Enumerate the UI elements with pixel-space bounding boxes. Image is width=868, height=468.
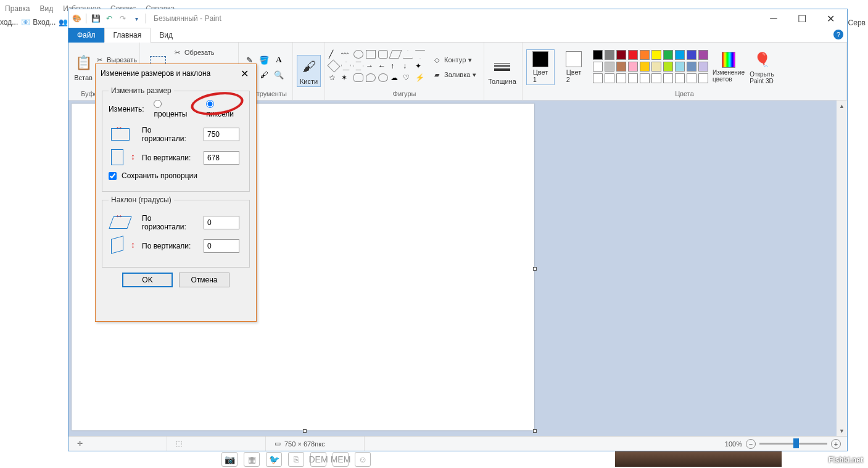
color-swatch[interactable]	[616, 50, 626, 60]
color-swatch[interactable]	[605, 73, 614, 83]
color-swatch[interactable]	[593, 62, 603, 72]
scroll-down-icon: ▼	[837, 425, 847, 436]
skew-fieldset: Наклон (градусы) ↔ По горизонтали: ↕ По …	[102, 195, 250, 268]
thickness-icon	[492, 57, 512, 76]
clipboard-icon: 📋	[73, 53, 93, 73]
color2-button[interactable]: Цвет 2	[560, 50, 588, 84]
horiz-skew-icon: ↔	[109, 213, 133, 232]
color-swatch[interactable]	[640, 73, 650, 83]
aspect-checkbox[interactable]: Сохранить пропорции	[109, 171, 243, 180]
service-text: Серв	[848, 18, 866, 27]
color-swatch[interactable]	[675, 50, 685, 60]
outline-icon: ◇	[432, 55, 442, 65]
grid-icon[interactable]: ▦	[244, 452, 260, 467]
statusbar: ✛ ⬚ ▭750 × 678пкс 100% − +	[68, 436, 847, 451]
save-icon[interactable]: 💾	[90, 13, 101, 24]
color-swatch[interactable]	[651, 62, 661, 72]
dimensions-text: 750 × 678пкс	[284, 440, 325, 448]
color2-swatch	[566, 51, 582, 67]
mail-icon: 📧	[20, 17, 30, 27]
color-swatch[interactable]	[687, 50, 696, 60]
canvas-handle-corner[interactable]	[533, 429, 537, 433]
help-icon[interactable]: ?	[833, 30, 843, 39]
canvas-handle-right[interactable]	[533, 267, 537, 271]
tab-view[interactable]: Вид	[151, 28, 181, 43]
minimize-button[interactable]: ─	[759, 9, 788, 28]
zoom-icon: 🔍	[272, 68, 286, 81]
brushes-button[interactable]: 🖌 Кисти	[297, 55, 321, 87]
color-swatch[interactable]	[698, 73, 708, 83]
titlebar[interactable]: 🎨 💾 ↶ ↷ ▾ Безымянный - Paint ─ ☐ ✕	[68, 9, 847, 28]
color-swatch[interactable]	[640, 50, 650, 60]
vert-input[interactable]	[204, 151, 239, 165]
redo-icon[interactable]: ↷	[117, 13, 128, 24]
color-swatch[interactable]	[616, 62, 626, 72]
color-swatch[interactable]	[675, 62, 685, 72]
resize-skew-dialog: Изменение размеров и наклона ✕ Изменить …	[95, 64, 257, 322]
close-button[interactable]: ✕	[816, 9, 845, 28]
color-swatch[interactable]	[651, 50, 661, 60]
color-swatch[interactable]	[628, 62, 638, 72]
color-swatch[interactable]	[628, 50, 638, 60]
shape-fill-button[interactable]: ▰Заливка ▾	[432, 68, 476, 81]
radio-pixels[interactable]: пиксели	[206, 100, 243, 118]
skew-v-input[interactable]	[204, 239, 239, 253]
color-swatch[interactable]	[593, 73, 603, 83]
color-swatch[interactable]	[651, 73, 661, 83]
color-swatch[interactable]	[663, 62, 673, 72]
color-swatch[interactable]	[663, 50, 673, 60]
shapes-gallery[interactable]: ╱〰 →←↑↓✦ ☆✶☁♡⚡	[329, 50, 427, 84]
color-swatch[interactable]	[593, 50, 603, 60]
customize-icon[interactable]: ▾	[131, 13, 142, 24]
resize-fieldset: Изменить размер Изменить: проценты пиксе…	[102, 86, 250, 192]
cancel-button[interactable]: Отмена	[179, 273, 229, 287]
selection-icon: ⬚	[176, 440, 182, 448]
dialog-close-button[interactable]: ✕	[238, 68, 251, 80]
color-swatch[interactable]	[687, 62, 696, 72]
tab-home[interactable]: Главная	[104, 28, 151, 43]
color1-button[interactable]: Цвет 1	[526, 49, 555, 85]
color-swatch[interactable]	[605, 62, 614, 72]
edit-colors-button[interactable]: Изменение цветов	[714, 51, 743, 84]
canvas-handle-bottom[interactable]	[303, 429, 307, 433]
color-swatch[interactable]	[605, 50, 614, 60]
color-swatch[interactable]	[663, 73, 673, 83]
app-icon: 🎨	[71, 13, 82, 24]
people-icon: 👥	[58, 17, 68, 27]
color-swatch[interactable]	[698, 50, 708, 60]
color-swatch[interactable]	[698, 62, 708, 72]
vertical-scrollbar[interactable]: ▲ ▼	[837, 101, 847, 436]
shape-outline-button[interactable]: ◇Контур ▾	[432, 54, 476, 66]
thickness-button[interactable]: Толщина	[488, 55, 516, 86]
skew-h-input[interactable]	[204, 216, 239, 229]
ok-button[interactable]: OK	[122, 273, 173, 287]
color-palette[interactable]	[593, 50, 709, 84]
horiz-input[interactable]	[204, 128, 239, 141]
zoom-out-button[interactable]: −	[746, 439, 756, 449]
color-swatch[interactable]	[687, 73, 696, 83]
zoom-slider[interactable]	[759, 443, 827, 445]
zoom-in-button[interactable]: +	[831, 439, 841, 449]
brush-icon: 🖌	[299, 57, 319, 76]
camera-icon[interactable]: 📷	[221, 452, 238, 467]
color-swatch[interactable]	[675, 73, 685, 83]
copy-icon[interactable]: ⎘	[288, 452, 304, 467]
undo-icon[interactable]: ↶	[104, 13, 115, 24]
twitter-icon[interactable]: 🐦	[266, 452, 282, 467]
fill-icon: 🪣	[257, 53, 271, 67]
tab-file[interactable]: Файл	[68, 28, 104, 43]
zoom-text: 100%	[725, 440, 742, 448]
vert-resize-icon: ↕	[109, 148, 133, 168]
color-swatch[interactable]	[616, 73, 626, 83]
open-paint3d-button[interactable]: 🎈 Открыть Paint 3D	[748, 49, 776, 86]
dialog-title: Изменение размеров и наклона	[101, 69, 210, 78]
maximize-button[interactable]: ☐	[788, 9, 816, 28]
dem-button[interactable]: DEM	[310, 452, 326, 467]
radio-percent[interactable]: проценты	[154, 100, 196, 118]
mem-button[interactable]: MEM	[333, 452, 349, 467]
color-swatch[interactable]	[640, 62, 650, 72]
color-swatch[interactable]	[628, 73, 638, 83]
smiley-icon[interactable]: ☺	[355, 452, 371, 467]
crop-button[interactable]: ✂Обрезать	[172, 46, 218, 59]
paste-button[interactable]: 📋 Встав	[72, 52, 94, 83]
